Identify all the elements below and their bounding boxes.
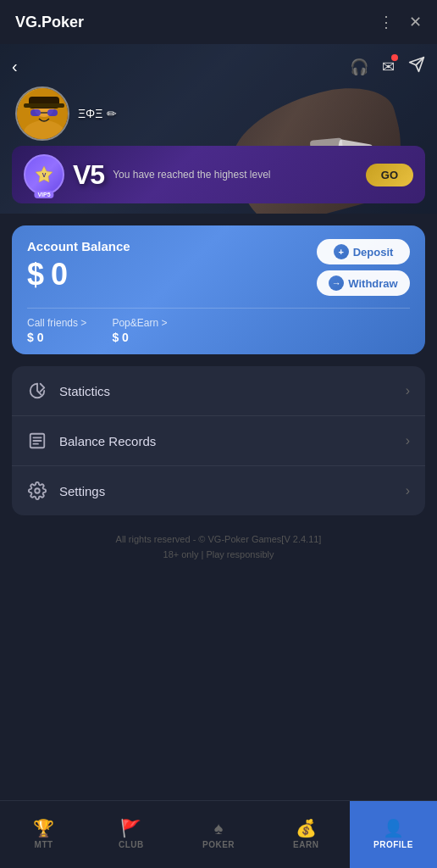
nav-item-club[interactable]: 🚩 CLUB: [87, 801, 174, 868]
svg-rect-8: [47, 109, 58, 116]
balance-amount: $ 0: [27, 257, 130, 292]
profile-label: PROFILE: [373, 840, 413, 849]
balance-bottom: Call friends > $ 0 Pop&Earn > $ 0: [27, 308, 410, 344]
settings-icon: [27, 481, 47, 500]
withdraw-label: Withdraw: [348, 277, 397, 290]
statistics-icon: [27, 381, 47, 400]
deposit-icon: +: [334, 244, 349, 259]
nav-item-mtt[interactable]: 🏆 MTT: [0, 801, 87, 868]
call-friends-label[interactable]: Call friends >: [27, 317, 86, 329]
club-icon: 🚩: [120, 820, 141, 837]
svg-rect-6: [24, 103, 64, 108]
pop-earn-section: Pop&Earn > $ 0: [112, 317, 167, 344]
svg-rect-7: [30, 109, 41, 116]
deposit-button[interactable]: + Deposit: [317, 239, 410, 264]
hero-icon-group: 🎧 ✉: [350, 56, 425, 77]
bottom-nav: 🏆 MTT 🚩 CLUB ♠ POKER 💰 EARN 👤 PROFILE: [0, 800, 437, 868]
footer: All rights reserved - © VG-Poker Games[V…: [12, 532, 425, 562]
statistics-chevron: ›: [406, 383, 410, 398]
vip-badge-icon: V: [24, 154, 64, 195]
call-friends-section: Call friends > $ 0: [27, 317, 86, 344]
mtt-icon: 🏆: [33, 820, 54, 837]
pop-earn-label[interactable]: Pop&Earn >: [112, 317, 167, 329]
close-button[interactable]: ✕: [409, 13, 422, 31]
club-label: CLUB: [119, 840, 144, 849]
balance-records-label: Balance Records: [59, 434, 394, 448]
poker-label: POKER: [202, 840, 235, 849]
mtt-label: MTT: [35, 840, 53, 849]
svg-text:V: V: [42, 172, 47, 178]
mail-badge: [391, 54, 398, 61]
main-content: ‹ 🎧 ✉: [0, 44, 437, 800]
earn-icon: 💰: [296, 820, 317, 837]
vip-level-text: V5: [73, 159, 104, 191]
vip-banner: V V5 You have reached the highest level …: [12, 146, 425, 203]
menu-section: Statictics › Balance Records ›: [12, 366, 425, 515]
headset-icon[interactable]: 🎧: [350, 58, 368, 76]
balance-title: Account Balance: [27, 239, 130, 253]
avatar-figure: [17, 88, 68, 139]
nav-item-earn[interactable]: 💰 EARN: [263, 801, 350, 868]
vip-message: You have reached the highest level: [113, 168, 357, 182]
deposit-label: Deposit: [353, 246, 394, 259]
statistics-label: Statictics: [59, 384, 394, 398]
balance-records-icon: [27, 431, 47, 450]
balance-actions: + Deposit → Withdraw: [317, 239, 410, 296]
nav-item-poker[interactable]: ♠ POKER: [174, 801, 262, 868]
mail-icon[interactable]: ✉: [382, 58, 395, 76]
avatar[interactable]: [15, 86, 69, 141]
username-text: ΞΦΞ: [78, 107, 102, 120]
call-friends-value: $ 0: [27, 331, 86, 344]
back-button[interactable]: ‹: [12, 57, 18, 76]
top-bar: VG.Poker ⋮ ✕: [0, 0, 437, 44]
svg-point-15: [35, 488, 40, 493]
balance-records-chevron: ›: [406, 433, 410, 448]
settings-chevron: ›: [406, 483, 410, 498]
nav-item-profile[interactable]: 👤 PROFILE: [350, 801, 437, 868]
balance-card: Account Balance $ 0 + Deposit → Withdraw…: [12, 225, 425, 354]
footer-line2: 18+ only | Play responsibly: [12, 548, 425, 563]
app-title: VG.Poker: [15, 14, 84, 31]
username-area: ΞΦΞ ✏: [78, 106, 117, 121]
balance-left: Account Balance $ 0: [27, 239, 130, 292]
more-button[interactable]: ⋮: [379, 13, 394, 31]
footer-line1: All rights reserved - © VG-Poker Games[V…: [12, 532, 425, 548]
withdraw-icon: →: [329, 275, 344, 291]
menu-item-balance-records[interactable]: Balance Records ›: [12, 416, 425, 466]
settings-label: Settings: [59, 484, 394, 498]
balance-top: Account Balance $ 0 + Deposit → Withdraw: [27, 239, 410, 296]
send-icon[interactable]: [408, 56, 425, 77]
hero-section: ‹ 🎧 ✉: [0, 44, 437, 214]
edit-username-icon[interactable]: ✏: [107, 107, 117, 120]
profile-icon: 👤: [383, 820, 404, 837]
hero-nav: ‹ 🎧 ✉: [12, 56, 425, 77]
poker-icon: ♠: [214, 820, 224, 837]
withdraw-button[interactable]: → Withdraw: [317, 270, 410, 296]
pop-earn-value: $ 0: [112, 331, 167, 344]
avatar-area: ΞΦΞ ✏: [15, 86, 117, 141]
menu-item-settings[interactable]: Settings ›: [12, 466, 425, 515]
top-bar-actions: ⋮ ✕: [379, 13, 422, 31]
earn-label: EARN: [293, 840, 318, 849]
menu-item-statistics[interactable]: Statictics ›: [12, 366, 425, 416]
vip-go-button[interactable]: GO: [366, 164, 413, 186]
